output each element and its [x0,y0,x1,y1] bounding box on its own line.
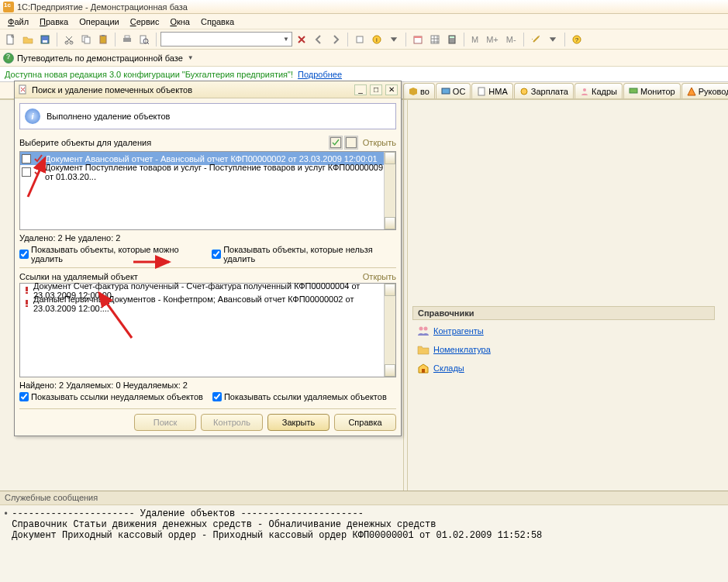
select-all-icon[interactable] [329,136,343,150]
memory-plus-button[interactable]: M+ [483,32,502,47]
copy-special-icon[interactable] [352,32,367,47]
svg-rect-37 [26,305,28,307]
chk-refs-undeletable[interactable]: Показывать ссылки неудаляемых объектов [19,392,203,401]
menu-file[interactable]: Файл [3,15,33,28]
search-button[interactable]: Поиск [134,414,196,431]
tab-monitor[interactable]: Монитор [623,83,681,98]
deletion-mark-icon [33,167,43,177]
calendar-icon[interactable] [410,32,426,47]
refs-list[interactable]: Документ Счет-фактура полученный - Счет-… [19,283,396,377]
tab-vo[interactable]: во [403,83,435,98]
svg-point-25 [521,88,527,95]
window-minimize-button[interactable]: _ [354,84,367,95]
menubar: Файл Правка Операции Сервис Окна Справка [0,14,728,29]
chk-show-undeletable[interactable]: Показывать объекты, которые нельзя удали… [212,245,396,263]
menu-service[interactable]: Сервис [126,15,164,28]
tab-nma[interactable]: НМА [471,83,512,98]
memory-minus-button[interactable]: M- [503,32,519,47]
clear-icon[interactable] [294,32,309,47]
deletion-status: Удалено: 2 Не удалено: 2 [19,230,396,244]
dialog-title: Поиск и удаление помеченных объектов [32,85,351,95]
dialog-icon [18,84,29,95]
svg-point-28 [419,327,423,331]
messages-header: Служебные сообщения [0,491,728,505]
svg-rect-9 [123,38,131,42]
open-object-link[interactable]: Открыть [363,138,396,147]
main-toolbar: ▼ i M M+ M- ? [0,29,728,50]
tab-staff[interactable]: Кадры [574,83,623,98]
help-button[interactable]: Справка [334,414,396,431]
svg-rect-7 [100,36,106,43]
svg-rect-11 [140,36,146,43]
tab-manager[interactable]: Руководителю [681,83,728,98]
people-icon [417,325,430,336]
objects-list-label: Выберите объекты для удаления [19,138,327,147]
save-icon[interactable] [37,32,53,47]
nav-forward-icon[interactable] [328,32,343,47]
side-item-nomenclature: Номенклатура [412,342,715,357]
dropdown-icon[interactable] [386,32,402,47]
guide-label[interactable]: Путеводитель по демонстрационной базе [17,53,183,63]
scrollbar[interactable] [384,152,395,229]
grid-icon[interactable] [427,32,443,47]
row-text: ДанныеПервичныхДокументов - Конфетпром; … [33,294,394,313]
new-icon[interactable] [3,32,19,47]
objects-list[interactable]: Документ Авансовый отчет - Авансовый отч… [19,151,396,230]
tab-os[interactable]: ОС [436,83,471,98]
menu-edit[interactable]: Правка [35,15,73,28]
side-link-contractors[interactable]: Контрагенты [433,326,484,336]
chk-refs-deletable[interactable]: Показывать ссылки удаляемых объектов [212,392,387,401]
delete-marked-dialog: Поиск и удаление помеченных объектов _ □… [14,81,402,436]
svg-rect-2 [43,40,47,43]
close-button[interactable]: Закрыть [267,414,329,431]
chk-show-deletable[interactable]: Показывать объекты, которые можно удалит… [19,245,202,263]
window-maximize-button[interactable]: □ [370,84,382,95]
control-button[interactable]: Контроль [201,414,263,431]
window-close-button[interactable]: ✕ [385,84,398,95]
side-link-nomenclature[interactable]: Номенклатура [433,345,491,354]
deletion-mark-icon [33,154,43,164]
side-directories-header: Справочники [412,306,715,320]
scrollbar[interactable] [384,284,395,377]
open-icon[interactable] [20,32,36,47]
menu-help[interactable]: Справка [196,15,239,28]
nav-back-icon[interactable] [311,32,326,47]
list-row: Документ Поступление товаров и услуг - П… [20,165,395,178]
tab-salary[interactable]: Зарплата [514,83,574,98]
vertical-splitter[interactable] [403,100,408,491]
dialog-titlebar[interactable]: Поиск и удаление помеченных объектов _ □… [15,81,401,98]
copy-icon[interactable] [78,32,94,47]
chevron-down-icon[interactable]: ▼ [188,54,194,61]
paste-icon[interactable] [95,32,111,47]
notice-link[interactable]: Подробнее [298,70,342,79]
search-combo[interactable]: ▼ [160,32,292,46]
preview-icon[interactable] [136,32,152,47]
row-checkbox[interactable] [22,154,31,164]
menu-operations[interactable]: Операции [74,15,123,28]
side-item-contractors: Контрагенты [412,323,715,339]
deselect-all-icon[interactable] [344,136,358,150]
side-item-warehouses: Склады [412,360,715,376]
found-status: Найдено: 2 Удаляемых: 0 Неудаляемых: 2 [19,377,396,391]
menu-windows[interactable]: Окна [165,15,195,28]
cut-icon[interactable] [61,32,77,47]
row-checkbox[interactable] [22,167,31,177]
info-icon: i [25,108,40,124]
info-round-icon[interactable]: i [369,32,385,47]
warning-icon [22,299,31,308]
svg-text:?: ? [574,36,578,43]
wand-icon[interactable] [528,32,543,47]
svg-rect-13 [357,36,363,43]
memory-m-button[interactable]: M [468,32,481,47]
svg-rect-20 [450,36,454,38]
svg-rect-6 [85,37,90,43]
message-bullet-icon: • [3,508,9,541]
svg-point-26 [583,88,586,91]
dropdown2-icon[interactable] [545,32,561,47]
calc-icon[interactable] [444,32,460,47]
print-icon[interactable] [119,32,135,47]
warehouse-icon [417,363,430,374]
open-ref-link[interactable]: Открыть [363,272,396,281]
side-link-warehouses[interactable]: Склады [433,363,464,373]
help-round-icon[interactable]: ? [569,32,585,47]
